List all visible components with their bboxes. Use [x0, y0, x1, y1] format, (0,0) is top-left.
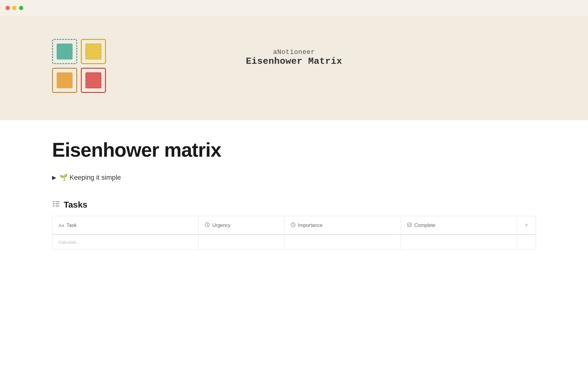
maximize-button[interactable] [19, 6, 23, 10]
svg-rect-5 [55, 206, 59, 206]
svg-rect-3 [55, 201, 59, 202]
urgency-col-icon [205, 222, 210, 228]
matrix-icon-grid [52, 39, 108, 95]
tasks-table: Aa Task Urgency [52, 216, 536, 250]
main-content: Eisenhower matrix ▶ 🌱 Keeping it simple … [0, 120, 588, 250]
importance-col-label: Importance [298, 223, 322, 228]
matrix-square-orange [52, 68, 77, 93]
banner: aNotioneer Eisenhower Matrix [0, 16, 588, 120]
matrix-square-teal [52, 39, 77, 64]
urgency-col-label: Urgency [212, 223, 231, 228]
svg-rect-4 [55, 204, 59, 204]
table-hint-row: Calculate... [52, 235, 536, 249]
add-col-icon: + [525, 222, 528, 229]
toggle-arrow-icon[interactable]: ▶ [52, 174, 56, 181]
add-column-button[interactable]: + [517, 216, 536, 234]
tasks-icon [52, 200, 60, 210]
toggle-row[interactable]: ▶ 🌱 Keeping it simple [52, 174, 536, 182]
matrix-square-yellow [81, 39, 106, 64]
banner-subtitle: aNotioneer [246, 48, 342, 56]
hint-cell-complete [401, 235, 517, 249]
col-header-task[interactable]: Aa Task [52, 216, 199, 234]
hint-cell-importance [285, 235, 401, 249]
complete-col-label: Complete [414, 223, 435, 228]
title-bar [0, 0, 588, 16]
col-header-complete[interactable]: Complete [401, 216, 517, 234]
minimize-button[interactable] [12, 6, 17, 10]
banner-title: Eisenhower Matrix [246, 56, 342, 67]
hint-cell-urgency [199, 235, 285, 249]
tasks-section-header: Tasks [52, 200, 536, 210]
col-header-urgency[interactable]: Urgency [199, 216, 285, 234]
task-col-icon: Aa [58, 223, 64, 228]
task-col-label: Task [66, 223, 77, 228]
toggle-label: 🌱 Keeping it simple [59, 174, 121, 182]
hint-cell-add [517, 235, 536, 249]
col-header-importance[interactable]: Importance [285, 216, 401, 234]
importance-col-icon [291, 222, 296, 228]
table-header-row: Aa Task Urgency [52, 216, 536, 235]
complete-col-icon [407, 222, 412, 228]
banner-text-block: aNotioneer Eisenhower Matrix [246, 48, 342, 67]
hint-text: Calculate... [58, 240, 80, 245]
page-title: Eisenhower matrix [52, 139, 536, 161]
hint-cell-task: Calculate... [52, 235, 199, 249]
matrix-square-red [81, 68, 106, 93]
tasks-title: Tasks [64, 200, 87, 210]
close-button[interactable] [6, 6, 10, 10]
